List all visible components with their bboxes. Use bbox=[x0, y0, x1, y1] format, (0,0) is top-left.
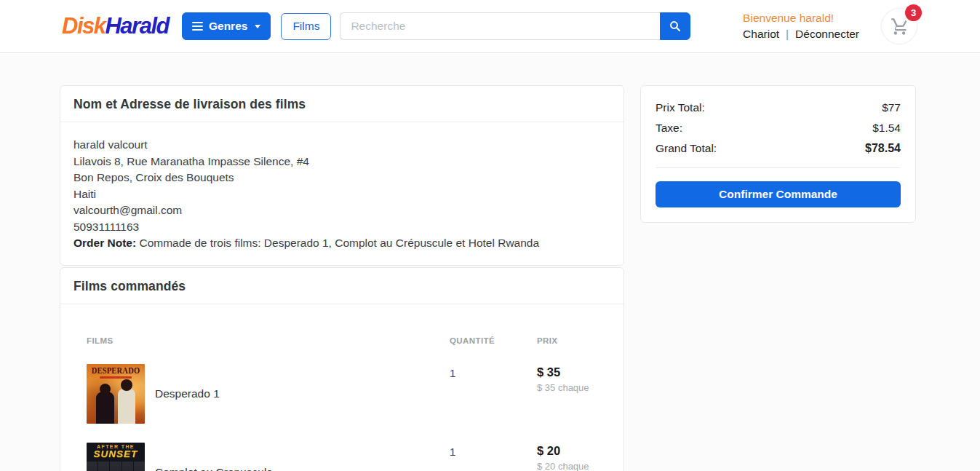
address-card-header: Nom et Adresse de livraison des films bbox=[60, 86, 624, 122]
summary-row-taxe: Taxe: $1.54 bbox=[656, 121, 901, 135]
poster-title-line2: SUNSET bbox=[87, 449, 145, 459]
search-button[interactable] bbox=[660, 12, 690, 40]
summary-label: Grand Total: bbox=[656, 141, 717, 155]
column-header-quantite: QUANTITÉ bbox=[450, 336, 537, 345]
site-logo[interactable]: DiskHarald bbox=[62, 13, 169, 39]
film-price-each: $ 20 chaque bbox=[537, 461, 610, 471]
confirm-order-button[interactable]: Confirmer Commande bbox=[656, 181, 901, 207]
genres-button-label: Genres bbox=[209, 20, 247, 33]
cart-button[interactable]: 3 bbox=[881, 8, 917, 44]
poster-faces-strip bbox=[87, 462, 145, 471]
summary-value: $77 bbox=[882, 100, 901, 114]
search-icon bbox=[669, 20, 682, 33]
order-note: Order Note: Commade de trois films: Desp… bbox=[73, 235, 610, 252]
address-country: Haiti bbox=[73, 186, 610, 203]
film-price: $ 20 bbox=[537, 443, 610, 458]
search-bar bbox=[340, 12, 690, 40]
logo-part-disk: Disk bbox=[62, 13, 105, 39]
cart-link[interactable]: Chariot bbox=[743, 28, 779, 41]
order-note-text: Commade de trois films: Desperado 1, Com… bbox=[139, 237, 539, 249]
summary-divider bbox=[656, 167, 901, 168]
right-column: Prix Total: $77 Taxe: $1.54 Grand Total:… bbox=[640, 85, 916, 223]
movie-poster-after-the-sunset: AFTER THE SUNSET bbox=[87, 443, 145, 471]
shopping-cart-icon bbox=[890, 17, 909, 36]
poster-title-text: DESPERADO bbox=[87, 364, 145, 375]
poster-figure-right bbox=[118, 389, 135, 424]
table-row: AFTER THE SUNSET Complot au Crepuscule 1… bbox=[73, 443, 610, 471]
summary-row-grand-total: Grand Total: $78.54 bbox=[656, 141, 901, 155]
menu-icon bbox=[192, 22, 203, 31]
summary-row-prix-total: Prix Total: $77 bbox=[656, 100, 901, 114]
column-header-prix: PRIX bbox=[537, 336, 610, 345]
customer-phone: 50931111163 bbox=[73, 219, 610, 236]
left-column: Nom et Adresse de livraison des films ha… bbox=[60, 85, 624, 471]
order-summary-body: Prix Total: $77 Taxe: $1.54 Grand Total:… bbox=[641, 86, 915, 222]
table-row: DESPERADO Desperado 1 1 $ 35 $ 35 chaque bbox=[73, 364, 610, 424]
film-cell: DESPERADO Desperado 1 bbox=[73, 364, 450, 424]
cart-count-badge: 3 bbox=[905, 4, 922, 21]
movie-poster-desperado: DESPERADO bbox=[87, 364, 145, 424]
order-summary-card: Prix Total: $77 Taxe: $1.54 Grand Total:… bbox=[640, 85, 916, 223]
film-price-cell: $ 20 $ 20 chaque bbox=[537, 443, 610, 471]
film-cell: AFTER THE SUNSET Complot au Crepuscule bbox=[73, 443, 450, 471]
ordered-films-title: Films commandés bbox=[73, 279, 610, 294]
film-quantity: 1 bbox=[450, 443, 537, 471]
films-button[interactable]: Films bbox=[281, 13, 331, 40]
genres-dropdown-button[interactable]: Genres bbox=[182, 12, 271, 40]
address-line-1: Lilavois 8, Rue Maranatha Impasse Silenc… bbox=[73, 154, 610, 170]
summary-label: Taxe: bbox=[656, 121, 682, 135]
address-card: Nom et Adresse de livraison des films ha… bbox=[60, 85, 624, 266]
table-header-row: FILMS QUANTITÉ PRIX bbox=[73, 336, 610, 345]
summary-label: Prix Total: bbox=[656, 100, 705, 114]
film-quantity: 1 bbox=[450, 364, 537, 424]
order-note-label: Order Note: bbox=[73, 237, 136, 249]
summary-value: $78.54 bbox=[865, 141, 901, 155]
ordered-films-header: Films commandés bbox=[60, 268, 624, 304]
address-card-title: Nom et Adresse de livraison des films bbox=[73, 97, 610, 112]
film-title: Desperado 1 bbox=[155, 387, 220, 400]
column-header-films: FILMS bbox=[73, 336, 450, 345]
logo-part-harald: Harald bbox=[105, 13, 168, 39]
film-price: $ 35 bbox=[537, 364, 610, 379]
chevron-down-icon bbox=[255, 25, 260, 28]
address-card-body: harald valcourt Lilavois 8, Rue Maranath… bbox=[60, 122, 624, 265]
poster-figure-left bbox=[96, 392, 114, 424]
page-content: Nom et Adresse de livraison des films ha… bbox=[0, 53, 980, 471]
welcome-text: Bienvenue harald! bbox=[743, 12, 859, 25]
film-price-each: $ 35 chaque bbox=[537, 382, 610, 393]
search-input[interactable] bbox=[340, 12, 660, 40]
summary-value: $1.54 bbox=[872, 121, 901, 135]
logout-link[interactable]: Déconnecter bbox=[795, 28, 859, 41]
film-title: Complot au Crepuscule bbox=[155, 466, 273, 471]
customer-name: harald valcourt bbox=[73, 137, 610, 154]
film-price-cell: $ 35 $ 35 chaque bbox=[537, 364, 610, 424]
address-line-2: Bon Repos, Croix des Bouquets bbox=[73, 170, 610, 186]
links-separator: | bbox=[786, 28, 789, 41]
customer-email: valcourth@gmail.com bbox=[73, 202, 610, 219]
poster-subtitle-bar bbox=[100, 376, 132, 379]
ordered-films-card: Films commandés FILMS QUANTITÉ PRIX DESP… bbox=[60, 267, 624, 471]
ordered-films-table: FILMS QUANTITÉ PRIX DESPERADO Desperado … bbox=[60, 304, 624, 471]
account-links: Chariot | Déconnecter bbox=[743, 28, 859, 41]
top-navbar: DiskHarald Genres Films Bienvenue harald… bbox=[0, 0, 980, 53]
user-area: Bienvenue harald! Chariot | Déconnecter bbox=[743, 12, 859, 41]
